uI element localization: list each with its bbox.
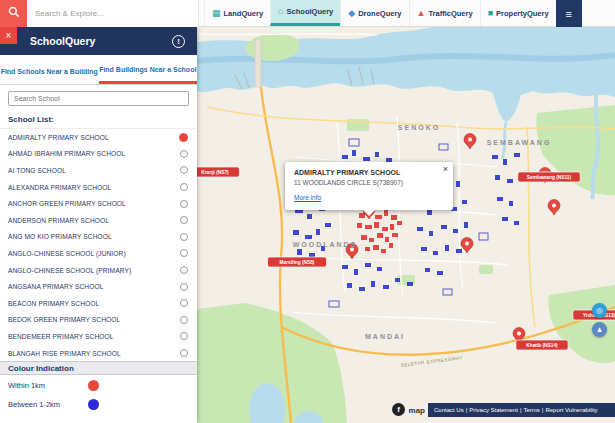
- mrt-station-label: Khatib (NS14): [516, 340, 568, 350]
- query-tabs: ▦ LandQuery ⌂ SchoolQuery ◆ DroneQuery ▲…: [204, 0, 556, 26]
- building-within-1km: [375, 215, 382, 219]
- tab-landquery[interactable]: ▦ LandQuery: [204, 0, 270, 26]
- school-radio[interactable]: [180, 233, 188, 241]
- school-icon: ⌂: [278, 7, 283, 16]
- building-1-2km: [363, 157, 370, 161]
- school-radio[interactable]: [180, 283, 188, 291]
- building-within-1km: [369, 238, 374, 242]
- navigate-button[interactable]: ▲: [592, 322, 607, 337]
- building-1-2km: [342, 155, 348, 159]
- school-radio[interactable]: [180, 266, 188, 274]
- school-list-item[interactable]: ANGLO-CHINESE SCHOOL (PRIMARY): [0, 262, 197, 279]
- panel-tabs: Find Schools Near a Building Find Buildi…: [0, 55, 197, 85]
- building-within-1km: [382, 227, 388, 231]
- popup-close-button[interactable]: ×: [443, 164, 448, 174]
- school-radio[interactable]: [180, 166, 188, 174]
- building-within-1km: [392, 233, 398, 237]
- svg-text:Marsiling (NS8): Marsiling (NS8): [280, 260, 315, 265]
- school-radio[interactable]: [179, 133, 188, 142]
- school-list-item[interactable]: ALEXANDRA PRIMARY SCHOOL: [0, 179, 197, 196]
- building-within-1km: [391, 215, 397, 220]
- building-within-1km: [361, 235, 367, 240]
- school-list-item[interactable]: AHMAD IBRAHIM PRIMARY SCHOOL: [0, 146, 197, 163]
- school-list: ADMIRALTY PRIMARY SCHOOLAHMAD IBRAHIM PR…: [0, 129, 197, 361]
- mrt-station-label: Marsiling (NS8): [268, 257, 327, 267]
- menu-button[interactable]: ≡: [556, 0, 582, 27]
- school-list-item[interactable]: BEACON PRIMARY SCHOOL: [0, 295, 197, 312]
- traffic-icon: ▲: [417, 9, 426, 18]
- causeway: [255, 39, 261, 87]
- footer-link[interactable]: Report Vulnerability: [545, 407, 597, 413]
- building-within-1km: [373, 245, 379, 250]
- locate-button[interactable]: ◎: [592, 303, 607, 318]
- school-list-item[interactable]: BENDEMEER PRIMARY SCHOOL: [0, 328, 197, 345]
- tab-schoolquery[interactable]: ⌂ SchoolQuery: [270, 0, 340, 26]
- panel-close-button[interactable]: ×: [0, 27, 17, 44]
- school-name: BLANGAH RISE PRIMARY SCHOOL: [8, 350, 121, 357]
- school-list-item[interactable]: ADMIRALTY PRIMARY SCHOOL: [0, 129, 197, 146]
- building-1-2km: [427, 210, 432, 215]
- facebook-icon[interactable]: f: [392, 403, 405, 416]
- search-button[interactable]: [0, 0, 27, 27]
- footer-link[interactable]: Contact Us: [434, 407, 464, 413]
- footer-link[interactable]: Privacy Statement: [469, 407, 518, 413]
- building-within-1km: [385, 237, 389, 242]
- global-search-input[interactable]: [27, 0, 199, 27]
- building-1-2km: [417, 227, 423, 231]
- colour-indication-header: Colour Indication: [0, 361, 197, 375]
- school-list-item[interactable]: ANGSANA PRIMARY SCHOOL: [0, 278, 197, 295]
- school-name: BEACON PRIMARY SCHOOL: [8, 300, 99, 307]
- red-dot-icon: [88, 380, 99, 391]
- panel-header: SchoolQuery !: [0, 27, 197, 55]
- building-1-2km: [297, 249, 302, 255]
- school-radio[interactable]: [180, 349, 188, 357]
- building-1-2km: [342, 265, 348, 269]
- school-list-item[interactable]: BLANGAH RISE PRIMARY SCHOOL: [0, 345, 197, 362]
- school-list-item[interactable]: ANCHOR GREEN PRIMARY SCHOOL: [0, 195, 197, 212]
- drone-icon: ◆: [348, 9, 355, 18]
- school-radio[interactable]: [180, 316, 188, 324]
- tab-dronequery[interactable]: ◆ DroneQuery: [340, 0, 408, 26]
- map-label: SENOKO: [398, 124, 440, 131]
- footer-link[interactable]: Terms: [524, 407, 540, 413]
- more-info-link[interactable]: More info: [294, 194, 321, 201]
- school-radio[interactable]: [180, 299, 188, 307]
- school-radio[interactable]: [180, 249, 188, 257]
- building-1-2km: [425, 268, 430, 272]
- building-1-2km: [354, 269, 358, 275]
- tab-find-schools-near-building[interactable]: Find Schools Near a Building: [0, 55, 99, 84]
- school-radio[interactable]: [180, 200, 188, 208]
- tab-propertyquery[interactable]: ■ PropertyQuery: [480, 0, 556, 26]
- school-name: ANGSANA PRIMARY SCHOOL: [8, 283, 103, 290]
- school-list-item[interactable]: ANDERSON PRIMARY SCHOOL: [0, 212, 197, 229]
- school-list-item[interactable]: AI TONG SCHOOL: [0, 162, 197, 179]
- building-within-1km: [374, 222, 379, 228]
- tab-find-buildings-near-school[interactable]: Find Buildings Near a School: [99, 55, 198, 84]
- school-name: BEDOK GREEN PRIMARY SCHOOL: [8, 316, 120, 323]
- building-1-2km: [462, 200, 467, 204]
- school-list-item[interactable]: BEDOK GREEN PRIMARY SCHOOL: [0, 312, 197, 329]
- land-icon: ▦: [212, 9, 221, 18]
- footer-links: Contact Us|Privacy Statement|Terms|Repor…: [428, 403, 615, 417]
- info-icon[interactable]: !: [172, 35, 185, 48]
- school-name: ANGLO-CHINESE SCHOOL (PRIMARY): [8, 267, 131, 274]
- school-radio[interactable]: [180, 183, 188, 191]
- school-search-input[interactable]: [8, 91, 189, 106]
- building-1-2km: [309, 253, 315, 257]
- tab-label: PropertyQuery: [496, 9, 549, 18]
- tab-label: LandQuery: [224, 9, 264, 18]
- school-list-item[interactable]: ANG MO KIO PRIMARY SCHOOL: [0, 229, 197, 246]
- tab-trafficquery[interactable]: ▲ TrafficQuery: [409, 0, 480, 26]
- school-radio[interactable]: [180, 150, 188, 158]
- school-radio[interactable]: [180, 216, 188, 224]
- building-1-2km: [375, 152, 379, 157]
- tab-label: DroneQuery: [358, 9, 401, 18]
- school-radio[interactable]: [180, 332, 188, 340]
- map-canvas[interactable]: SEMBAWANGWOODLANDSMANDAISENOKOSELETAR EX…: [197, 27, 615, 423]
- building-1-2km: [453, 229, 458, 233]
- school-list-item[interactable]: ANGLO-CHINESE SCHOOL (JUNIOR): [0, 245, 197, 262]
- building-1-2km: [365, 263, 371, 267]
- menu-icon: ≡: [565, 8, 571, 20]
- svg-text:Kranji (NS7): Kranji (NS7): [201, 170, 229, 175]
- legend-label: Between 1-2km: [8, 400, 88, 409]
